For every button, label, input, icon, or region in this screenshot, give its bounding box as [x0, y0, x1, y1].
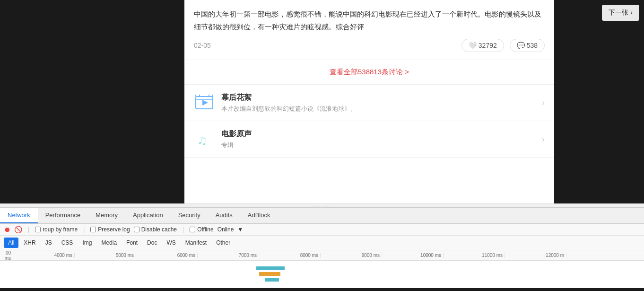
soundtrack-description: 专辑 [221, 141, 252, 150]
offline-checkbox[interactable] [190, 227, 195, 232]
filter-font[interactable]: Font [122, 238, 142, 248]
tick-11000: 11000 ms [444, 253, 505, 258]
tab-performance[interactable]: Performance [38, 208, 88, 223]
filter-doc[interactable]: Doc [143, 238, 161, 248]
throttle-dropdown-icon[interactable]: ▼ [237, 226, 243, 233]
filter-all[interactable]: All [4, 238, 18, 248]
disable-cache-checkbox[interactable] [134, 227, 139, 232]
soundtrack-title: 电影原声 [221, 129, 252, 139]
tab-application[interactable]: Application [125, 208, 171, 223]
behind-scenes-title: 幕后花絮 [221, 93, 357, 103]
tab-network[interactable]: Network [0, 208, 38, 223]
devtools-tabs: Network Performance Memory Application S… [0, 208, 644, 224]
tab-security[interactable]: Security [171, 208, 208, 223]
chart-bar-orange [259, 272, 280, 276]
record-icon: ⏺ [4, 226, 10, 233]
clear-icon[interactable]: 🚫 [14, 226, 22, 233]
drag-handle[interactable]: — — [0, 203, 644, 207]
group-by-frame-text: roup by frame [43, 226, 78, 233]
timeline-chart [0, 261, 644, 288]
next-button[interactable]: 下一张 › [602, 5, 639, 21]
tick-6000: 6000 ms [136, 253, 198, 258]
preserve-log-checkbox[interactable] [90, 227, 96, 232]
preserve-log-label: Preserve log [90, 226, 130, 233]
behind-scenes-description: 本片改编自刘慈欣的科幻短篇小说《流浪地球》。 [221, 105, 357, 113]
center-content-panel: 中国的大年初一第一部电影，感觉很不错，能说中国的科幻电影现在已经进入了一个新时代… [184, 0, 554, 203]
tick-12000: 12000 m [505, 253, 566, 258]
filter-css[interactable]: CSS [57, 238, 78, 248]
group-by-frame-checkbox[interactable] [35, 227, 41, 232]
soundtrack-icon: ♫ [194, 129, 215, 150]
online-text: Online [218, 226, 234, 233]
disable-cache-text: Disable cache [141, 226, 177, 233]
svg-text:♫: ♫ [197, 133, 207, 148]
behind-scenes-text: 幕后花絮 本片改编自刘慈欣的科幻短篇小说《流浪地球》。 [221, 93, 357, 113]
tick-7000: 7000 ms [198, 253, 259, 258]
tick-5000: 5000 ms [75, 253, 136, 258]
devtools-filter-row: All XHR JS CSS Img Media Font Doc WS Man… [0, 236, 644, 250]
svg-marker-1 [202, 100, 208, 106]
separator-3: | [183, 226, 184, 233]
tab-audits[interactable]: Audits [208, 208, 240, 223]
timeline-area: 00 ms 4000 ms 5000 ms 6000 ms 7000 ms 80… [0, 250, 644, 288]
preserve-log-text: Preserve log [98, 226, 130, 233]
filter-other[interactable]: Other [212, 238, 235, 248]
soundtrack-item[interactable]: ♫ 电影原声 专辑 › [184, 121, 554, 158]
separator-1: | [28, 226, 29, 233]
review-text: 中国的大年初一第一部电影，感觉很不错，能说中国的科幻电影现在已经进入了一个新时代… [194, 8, 545, 33]
behind-scenes-icon [194, 92, 215, 113]
filter-ws[interactable]: WS [162, 238, 180, 248]
left-black-panel [0, 0, 184, 203]
chart-bar-teal [256, 266, 285, 270]
separator-2: | [83, 226, 85, 233]
filter-img[interactable]: Img [78, 238, 96, 248]
like-button[interactable]: 🤍 32792 [461, 39, 504, 52]
tick-10000: 10000 ms [382, 253, 444, 258]
filter-xhr[interactable]: XHR [19, 238, 40, 248]
review-actions: 🤍 32792 💬 538 [461, 39, 545, 52]
timeline-ruler: 00 ms 4000 ms 5000 ms 6000 ms 7000 ms 80… [0, 250, 644, 261]
tick-9000: 9000 ms [321, 253, 382, 258]
offline-label: Offline [190, 226, 213, 233]
group-by-frame-label: roup by frame [35, 226, 78, 233]
soundtrack-text: 电影原声 专辑 [221, 129, 252, 150]
filter-js[interactable]: JS [41, 238, 56, 248]
filter-media[interactable]: Media [97, 238, 121, 248]
view-all-link[interactable]: 查看全部538813条讨论 > [330, 68, 409, 76]
tick-8000: 8000 ms [259, 253, 321, 258]
tick-0: 00 ms [0, 250, 13, 261]
filter-manifest[interactable]: Manifest [181, 238, 211, 248]
devtools-panel: Network Performance Memory Application S… [0, 207, 644, 288]
review-meta: 02-05 🤍 32792 💬 538 [194, 39, 545, 52]
tab-adblock[interactable]: AdBlock [240, 208, 278, 223]
view-all-section: 查看全部538813条讨论 > [184, 60, 554, 85]
disable-cache-label: Disable cache [134, 226, 177, 233]
tab-memory[interactable]: Memory [88, 208, 125, 223]
behind-scenes-item[interactable]: 幕后花絮 本片改编自刘慈欣的科幻短篇小说《流浪地球》。 › [184, 85, 554, 121]
review-date: 02-05 [194, 42, 211, 49]
comment-button[interactable]: 💬 538 [510, 39, 545, 52]
chart-bar-teal-2 [265, 278, 279, 282]
tick-4000: 4000 ms [13, 253, 75, 258]
offline-text: Offline [197, 226, 213, 233]
behind-scenes-arrow: › [542, 98, 545, 108]
right-black-panel: 下一张 › [554, 0, 644, 203]
soundtrack-arrow: › [542, 134, 545, 144]
review-section: 中国的大年初一第一部电影，感觉很不错，能说中国的科幻电影现在已经进入了一个新时代… [184, 0, 554, 60]
devtools-toolbar: ⏺ 🚫 | roup by frame | Preserve log Disab… [0, 224, 644, 236]
